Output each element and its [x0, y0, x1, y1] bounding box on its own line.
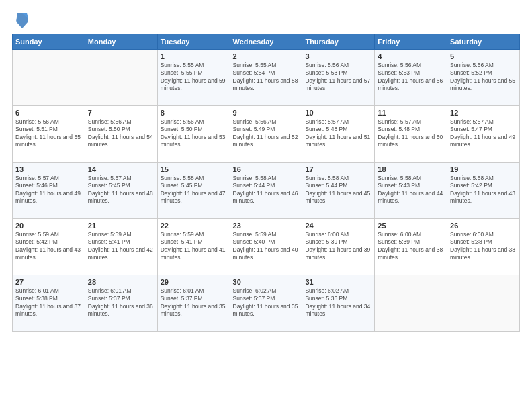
day-number: 13 [15, 165, 82, 173]
day-cell: 9Sunrise: 5:56 AMSunset: 5:49 PMDaylight… [230, 106, 302, 163]
day-number: 6 [15, 109, 82, 117]
day-info: Sunrise: 6:02 AMSunset: 5:36 PMDaylight:… [305, 287, 371, 318]
day-info: Sunrise: 5:58 AMSunset: 5:44 PMDaylight:… [305, 175, 371, 205]
header [12, 12, 520, 28]
day-cell: 7Sunrise: 5:56 AMSunset: 5:50 PMDaylight… [85, 106, 157, 163]
day-cell: 5Sunrise: 5:56 AMSunset: 5:52 PMDaylight… [447, 50, 520, 106]
day-number: 21 [88, 222, 154, 230]
day-number: 30 [233, 278, 300, 286]
day-number: 17 [305, 165, 371, 173]
day-number: 7 [88, 109, 154, 117]
day-info: Sunrise: 6:00 AMSunset: 5:38 PMDaylight:… [450, 231, 517, 262]
weekday-header-friday: Friday [375, 34, 447, 50]
day-cell: 29Sunrise: 6:01 AMSunset: 5:37 PMDayligh… [157, 275, 230, 332]
day-cell: 4Sunrise: 5:56 AMSunset: 5:53 PMDaylight… [375, 50, 447, 106]
day-info: Sunrise: 5:56 AMSunset: 5:50 PMDaylight:… [88, 118, 154, 149]
day-cell: 23Sunrise: 5:59 AMSunset: 5:40 PMDayligh… [230, 219, 302, 275]
day-number: 22 [161, 222, 227, 230]
day-cell: 30Sunrise: 6:02 AMSunset: 5:37 PMDayligh… [230, 275, 302, 332]
day-info: Sunrise: 5:58 AMSunset: 5:42 PMDaylight:… [450, 175, 517, 205]
day-cell [447, 275, 520, 332]
day-number: 1 [161, 52, 227, 60]
day-info: Sunrise: 5:56 AMSunset: 5:50 PMDaylight:… [161, 118, 227, 149]
day-cell: 6Sunrise: 5:56 AMSunset: 5:51 PMDaylight… [13, 106, 85, 163]
day-cell: 12Sunrise: 5:57 AMSunset: 5:47 PMDayligh… [447, 106, 520, 163]
day-cell: 26Sunrise: 6:00 AMSunset: 5:38 PMDayligh… [447, 219, 520, 275]
day-cell: 15Sunrise: 5:58 AMSunset: 5:45 PMDayligh… [157, 163, 230, 219]
day-info: Sunrise: 5:55 AMSunset: 5:54 PMDaylight:… [233, 62, 300, 93]
day-info: Sunrise: 5:59 AMSunset: 5:41 PMDaylight:… [88, 231, 154, 262]
day-number: 9 [233, 109, 300, 117]
day-cell: 11Sunrise: 5:57 AMSunset: 5:48 PMDayligh… [375, 106, 447, 163]
day-number: 11 [378, 109, 444, 117]
day-cell: 25Sunrise: 6:00 AMSunset: 5:39 PMDayligh… [375, 219, 447, 275]
day-cell: 13Sunrise: 5:57 AMSunset: 5:46 PMDayligh… [13, 163, 85, 219]
day-number: 3 [305, 52, 371, 60]
day-info: Sunrise: 5:59 AMSunset: 5:40 PMDaylight:… [233, 231, 300, 262]
day-number: 24 [305, 222, 371, 230]
day-cell: 19Sunrise: 5:58 AMSunset: 5:42 PMDayligh… [447, 163, 520, 219]
calendar-table: SundayMondayTuesdayWednesdayThursdayFrid… [12, 34, 520, 332]
day-cell: 31Sunrise: 6:02 AMSunset: 5:36 PMDayligh… [302, 275, 375, 332]
day-number: 10 [305, 109, 371, 117]
day-cell: 17Sunrise: 5:58 AMSunset: 5:44 PMDayligh… [302, 163, 375, 219]
day-number: 4 [378, 52, 444, 60]
week-row-1: 1Sunrise: 5:55 AMSunset: 5:55 PMDaylight… [13, 50, 520, 106]
weekday-header-saturday: Saturday [447, 34, 520, 50]
week-row-3: 13Sunrise: 5:57 AMSunset: 5:46 PMDayligh… [13, 163, 520, 219]
weekday-header-tuesday: Tuesday [157, 34, 230, 50]
day-number: 2 [233, 52, 300, 60]
week-row-2: 6Sunrise: 5:56 AMSunset: 5:51 PMDaylight… [13, 106, 520, 163]
day-info: Sunrise: 5:56 AMSunset: 5:49 PMDaylight:… [233, 118, 300, 149]
week-row-4: 20Sunrise: 5:59 AMSunset: 5:42 PMDayligh… [13, 219, 520, 275]
day-cell: 22Sunrise: 5:59 AMSunset: 5:41 PMDayligh… [157, 219, 230, 275]
day-number: 8 [161, 109, 227, 117]
calendar-header: SundayMondayTuesdayWednesdayThursdayFrid… [13, 34, 520, 50]
day-info: Sunrise: 6:01 AMSunset: 5:37 PMDaylight:… [161, 287, 227, 318]
day-cell: 8Sunrise: 5:56 AMSunset: 5:50 PMDaylight… [157, 106, 230, 163]
day-cell: 10Sunrise: 5:57 AMSunset: 5:48 PMDayligh… [302, 106, 375, 163]
calendar-body: 1Sunrise: 5:55 AMSunset: 5:55 PMDaylight… [13, 50, 520, 332]
day-cell: 27Sunrise: 6:01 AMSunset: 5:38 PMDayligh… [13, 275, 85, 332]
week-row-5: 27Sunrise: 6:01 AMSunset: 5:38 PMDayligh… [13, 275, 520, 332]
logo-icon [15, 12, 28, 28]
day-number: 15 [161, 165, 227, 173]
weekday-header-sunday: Sunday [13, 34, 85, 50]
day-cell: 3Sunrise: 5:56 AMSunset: 5:53 PMDaylight… [302, 50, 375, 106]
weekday-header-thursday: Thursday [302, 34, 375, 50]
day-info: Sunrise: 5:56 AMSunset: 5:52 PMDaylight:… [450, 62, 517, 93]
day-info: Sunrise: 5:58 AMSunset: 5:44 PMDaylight:… [233, 175, 300, 205]
day-cell [13, 50, 85, 106]
day-cell [85, 50, 157, 106]
day-info: Sunrise: 5:57 AMSunset: 5:48 PMDaylight:… [305, 118, 371, 149]
day-info: Sunrise: 5:57 AMSunset: 5:47 PMDaylight:… [450, 118, 517, 149]
day-number: 23 [233, 222, 300, 230]
day-cell [375, 275, 447, 332]
day-cell: 20Sunrise: 5:59 AMSunset: 5:42 PMDayligh… [13, 219, 85, 275]
day-info: Sunrise: 5:57 AMSunset: 5:48 PMDaylight:… [378, 118, 444, 149]
day-info: Sunrise: 6:00 AMSunset: 5:39 PMDaylight:… [305, 231, 371, 262]
day-info: Sunrise: 6:00 AMSunset: 5:39 PMDaylight:… [378, 231, 444, 262]
day-number: 27 [15, 278, 82, 286]
day-number: 14 [88, 165, 154, 173]
day-number: 28 [88, 278, 154, 286]
day-number: 26 [450, 222, 517, 230]
day-info: Sunrise: 6:01 AMSunset: 5:37 PMDaylight:… [88, 287, 154, 318]
day-number: 25 [378, 222, 444, 230]
day-number: 16 [233, 165, 300, 173]
day-info: Sunrise: 5:59 AMSunset: 5:41 PMDaylight:… [161, 231, 227, 262]
day-info: Sunrise: 5:55 AMSunset: 5:55 PMDaylight:… [161, 62, 227, 93]
day-number: 18 [378, 165, 444, 173]
logo [12, 12, 28, 28]
day-cell: 18Sunrise: 5:58 AMSunset: 5:43 PMDayligh… [375, 163, 447, 219]
weekday-row: SundayMondayTuesdayWednesdayThursdayFrid… [13, 34, 520, 50]
weekday-header-monday: Monday [85, 34, 157, 50]
day-info: Sunrise: 5:57 AMSunset: 5:45 PMDaylight:… [88, 175, 154, 205]
day-info: Sunrise: 5:56 AMSunset: 5:51 PMDaylight:… [15, 118, 82, 149]
day-cell: 14Sunrise: 5:57 AMSunset: 5:45 PMDayligh… [85, 163, 157, 219]
day-number: 12 [450, 109, 517, 117]
day-cell: 21Sunrise: 5:59 AMSunset: 5:41 PMDayligh… [85, 219, 157, 275]
day-cell: 1Sunrise: 5:55 AMSunset: 5:55 PMDaylight… [157, 50, 230, 106]
day-info: Sunrise: 6:02 AMSunset: 5:37 PMDaylight:… [233, 287, 300, 318]
weekday-header-wednesday: Wednesday [230, 34, 302, 50]
